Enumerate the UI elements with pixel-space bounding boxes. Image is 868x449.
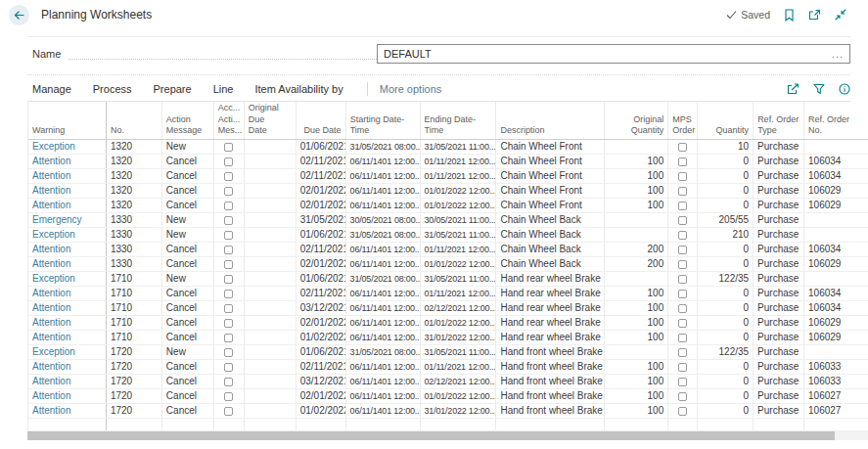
cell-original-due[interactable] [245, 331, 297, 344]
cell-ref-type[interactable]: Purchase [754, 257, 804, 271]
warning-link[interactable]: Attention [32, 405, 70, 416]
table-row[interactable]: Attention1330Cancel02/11/202106/11/1401 … [28, 243, 868, 257]
cell-action[interactable]: Cancel [162, 184, 214, 198]
column-header-mps-order[interactable]: MPS Order [668, 102, 698, 139]
empty-cell[interactable] [804, 419, 868, 430]
cell-start[interactable]: 31/05/2021 08:00... [346, 140, 421, 154]
cell-desc[interactable]: Hand front wheel Brake [496, 389, 605, 403]
cell-ref-no[interactable] [804, 213, 868, 227]
accept-action-message-checkbox[interactable] [224, 304, 233, 313]
cell-action[interactable]: Cancel [162, 389, 214, 403]
cell-ref-type[interactable]: Purchase [754, 360, 804, 374]
cell-qty[interactable]: 0 [698, 184, 754, 198]
accept-action-message-checkbox[interactable] [224, 246, 233, 254]
column-header-original-quantity[interactable]: Original Quantity [605, 102, 668, 139]
cell-qty[interactable]: 0 [698, 331, 754, 344]
accept-action-message-checkbox[interactable] [224, 407, 233, 416]
accept-action-message-checkbox[interactable] [224, 231, 233, 240]
column-header-due-date[interactable]: Due Date [297, 102, 346, 139]
cell-desc[interactable]: Chain Wheel Back [496, 228, 605, 242]
empty-row[interactable] [28, 419, 868, 431]
cell-ref-type[interactable]: Purchase [754, 140, 804, 154]
table-row[interactable]: Exception1320New01/06/202131/05/2021 08:… [28, 140, 868, 155]
table-row[interactable]: Attention1710Cancel03/12/202106/11/1401 … [28, 301, 868, 316]
warning-link[interactable]: Attention [32, 156, 70, 166]
cell-start[interactable]: 06/11/1401 12:00... [346, 301, 421, 315]
warning-link[interactable]: Exception [32, 273, 75, 284]
cell-action[interactable]: Cancel [162, 169, 214, 183]
mps-order-checkbox[interactable] [678, 202, 687, 210]
cell-ref-type[interactable]: Purchase [754, 331, 804, 344]
warning-link[interactable]: Attention [32, 258, 70, 269]
cell-ref-no[interactable]: 106034 [804, 155, 868, 168]
mps-order-checkbox[interactable] [678, 143, 687, 152]
cell-desc[interactable]: Chain Wheel Front [496, 199, 605, 212]
cell-start[interactable]: 06/11/1401 12:00... [346, 257, 421, 271]
cell-no[interactable]: 1330 [107, 228, 162, 242]
cell-desc[interactable]: Chain Wheel Back [496, 213, 605, 227]
cell-ref-type[interactable]: Purchase [754, 213, 804, 227]
cell-no[interactable]: 1330 [107, 213, 162, 227]
cell-warning[interactable]: Attention [28, 199, 107, 212]
column-header-accept-action-message[interactable]: Acc... Acti... Mes... [214, 102, 245, 139]
cell-qty[interactable]: 10 [698, 140, 754, 154]
cell-no[interactable]: 1720 [107, 360, 162, 374]
cell-orig-qty[interactable] [605, 140, 668, 154]
menu-prepare[interactable]: Prepare [154, 83, 192, 95]
mps-order-checkbox[interactable] [678, 290, 687, 298]
table-row[interactable]: Attention1720Cancel02/01/202206/11/1401 … [28, 389, 868, 404]
cell-desc[interactable]: Hand front wheel Brake [496, 404, 605, 418]
mps-order-checkbox[interactable] [678, 260, 687, 269]
cell-warning[interactable]: Exception [28, 228, 107, 242]
cell-original-due[interactable] [245, 213, 297, 227]
cell-end[interactable]: 31/01/2022 12:00... [421, 404, 497, 418]
cell-due[interactable]: 01/06/2021 [297, 345, 346, 359]
cell-due[interactable]: 02/01/2022 [297, 184, 346, 198]
cell-ref-no[interactable]: 106034 [804, 301, 868, 315]
cell-warning[interactable]: Attention [28, 243, 107, 256]
accept-action-message-checkbox[interactable] [224, 334, 233, 342]
cell-desc[interactable]: Chain Wheel Front [496, 184, 605, 198]
table-row[interactable]: Exception1710New01/06/202131/05/2021 08:… [28, 272, 868, 287]
cell-ref-no[interactable]: 106029 [804, 199, 868, 212]
cell-ref-no[interactable]: 106033 [804, 375, 868, 388]
column-header-quantity[interactable]: Quantity [698, 102, 754, 139]
cell-orig-qty[interactable]: 100 [605, 184, 668, 198]
cell-start[interactable]: 30/05/2021 08:00... [346, 213, 421, 227]
cell-start[interactable]: 06/11/1401 12:00... [346, 169, 421, 183]
mps-order-checkbox[interactable] [678, 392, 687, 401]
mps-order-checkbox[interactable] [678, 216, 687, 225]
cell-end[interactable]: 01/01/2022 12:00... [421, 199, 497, 212]
cell-qty[interactable]: 0 [698, 375, 754, 388]
column-header-ending-date-time[interactable]: Ending Date-Time [421, 102, 497, 139]
cell-ref-type[interactable]: Purchase [754, 155, 804, 168]
cell-due[interactable]: 02/01/2022 [297, 199, 346, 212]
cell-due[interactable]: 02/11/2021 [297, 360, 346, 374]
empty-cell[interactable] [28, 419, 107, 430]
cell-action[interactable]: Cancel [162, 199, 214, 212]
cell-ref-no[interactable]: 106033 [804, 360, 868, 374]
cell-warning[interactable]: Attention [28, 287, 107, 300]
mps-order-checkbox[interactable] [678, 231, 687, 240]
cell-ref-no[interactable] [804, 228, 868, 242]
cell-action[interactable]: New [162, 345, 214, 359]
warning-link[interactable]: Attention [32, 244, 70, 254]
cell-orig-qty[interactable]: 100 [605, 389, 668, 403]
menu-manage[interactable]: Manage [32, 83, 71, 95]
cell-start[interactable]: 06/11/1401 12:00... [346, 331, 421, 344]
table-row[interactable]: Attention1720Cancel03/12/202106/11/1401 … [28, 375, 868, 389]
cell-ref-no[interactable]: 106029 [804, 316, 868, 330]
cell-due[interactable]: 02/11/2021 [297, 155, 346, 168]
cell-due[interactable]: 03/12/2021 [297, 375, 346, 388]
warning-link[interactable]: Attention [32, 376, 70, 386]
cell-action[interactable]: New [162, 272, 214, 286]
cell-ref-type[interactable]: Purchase [754, 389, 804, 403]
mps-order-checkbox[interactable] [678, 378, 687, 386]
cell-orig-qty[interactable]: 100 [605, 169, 668, 183]
cell-start[interactable]: 06/11/1401 12:00... [346, 155, 421, 168]
cell-desc[interactable]: Hand rear wheel Brake [496, 316, 605, 330]
cell-end[interactable]: 01/01/2022 12:00... [421, 389, 497, 403]
info-icon[interactable] [839, 83, 850, 95]
cell-orig-qty[interactable]: 200 [605, 257, 668, 271]
table-row[interactable]: Exception1720New01/06/202131/05/2021 08:… [28, 345, 868, 360]
